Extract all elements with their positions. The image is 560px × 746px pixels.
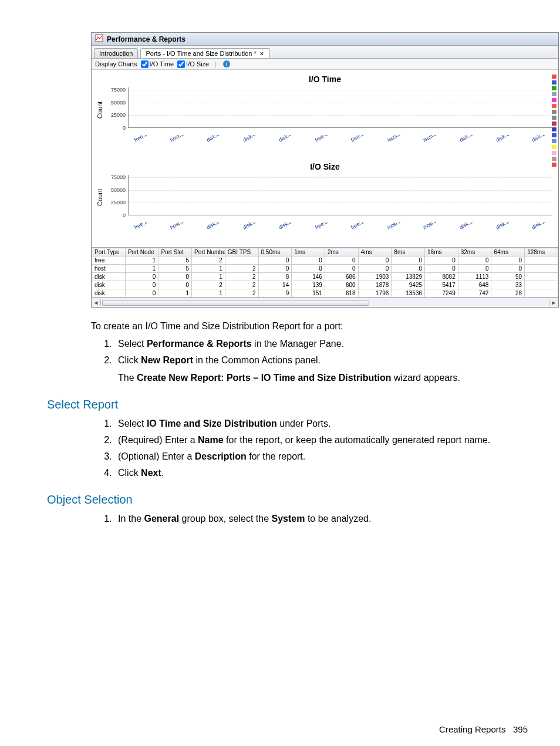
- legend-swatch: [552, 139, 556, 143]
- table-cell: 600: [325, 281, 358, 289]
- table-cell: 1: [125, 256, 158, 265]
- x-tick-label: host:1:5:1:2: [167, 135, 181, 143]
- table-cell: 686: [325, 273, 358, 281]
- table-cell: 13829: [392, 273, 425, 281]
- column-header[interactable]: 2ms: [325, 248, 358, 256]
- column-header[interactable]: 4ms: [358, 248, 392, 256]
- x-tick-label: disk:1:0:2:2: [493, 135, 507, 143]
- table-cell: 1796: [358, 289, 392, 298]
- horizontal-scrollbar[interactable]: ◄ ►: [92, 298, 558, 307]
- chart-title: I/O Size: [95, 162, 555, 171]
- chart-title: I/O Time: [95, 75, 555, 84]
- io-size-checkbox-label[interactable]: I/O Size: [177, 60, 209, 68]
- sr-step-2: (Required) Enter a Name for the report, …: [114, 433, 537, 447]
- intro-text: To create an I/O Time and Size Distribut…: [91, 319, 537, 333]
- table-cell: 0: [425, 256, 458, 265]
- table-row[interactable]: disk001281466861903138298082111350: [92, 273, 558, 281]
- column-header[interactable]: 0.50ms: [258, 248, 292, 256]
- table-cell: 151: [292, 289, 325, 298]
- table-row[interactable]: disk00221413960018789425541764833: [92, 281, 558, 289]
- io-time-checkbox[interactable]: [141, 60, 149, 68]
- io-size-checkbox[interactable]: [177, 60, 185, 68]
- column-header[interactable]: Port Number: [192, 248, 225, 256]
- table-cell: 0: [125, 281, 158, 289]
- os-step-1: In the General group box, select the Sys…: [114, 512, 537, 526]
- column-header[interactable]: 8ms: [392, 248, 425, 256]
- column-header[interactable]: 64ms: [491, 248, 525, 256]
- table-cell: 2: [192, 256, 225, 265]
- ports-data-table: Port TypePort NodePort SlotPort NumberGB…: [92, 248, 558, 298]
- table-cell: 1: [125, 265, 158, 273]
- column-header[interactable]: 1ms: [292, 248, 325, 256]
- y-tick: 25000: [111, 200, 126, 205]
- table-cell: 2: [225, 281, 258, 289]
- section-object-selection: Object Selection: [47, 491, 537, 508]
- table-cell: 0: [325, 256, 358, 265]
- table-cell: 1: [192, 289, 225, 298]
- table-cell: 0: [158, 281, 192, 289]
- table-cell: disk: [92, 273, 126, 281]
- table-cell: 5: [158, 256, 192, 265]
- table-cell: disk: [92, 281, 126, 289]
- y-tick: 75000: [111, 87, 126, 93]
- table-cell: [525, 289, 558, 298]
- io-time-checkbox-label[interactable]: I/O Time: [141, 60, 174, 68]
- table-cell: [525, 273, 558, 281]
- scroll-thumb[interactable]: [102, 300, 369, 306]
- scroll-left-arrow[interactable]: ◄: [92, 299, 101, 306]
- table-cell: free: [92, 256, 126, 265]
- column-header[interactable]: Port Slot: [158, 248, 192, 256]
- table-cell: 33: [491, 281, 525, 289]
- x-tick-label: free:1:1:2:0: [348, 222, 362, 231]
- table-cell: 5417: [425, 281, 458, 289]
- info-icon[interactable]: i: [222, 60, 231, 68]
- scroll-track[interactable]: [101, 300, 549, 306]
- column-header[interactable]: 128ms: [525, 248, 558, 256]
- io-time-checkbox-text: I/O Time: [150, 60, 174, 67]
- x-tick-label: host:1:5:1:2: [167, 222, 181, 231]
- x-tick-label: disk:0:0:2:2: [240, 222, 254, 231]
- wizard-note: The Create New Report: Ports – IO Time a…: [118, 371, 537, 385]
- table-cell: 0: [325, 265, 358, 273]
- legend-swatch: [552, 157, 556, 161]
- tab-introduction[interactable]: Introduction: [94, 48, 138, 58]
- table-row[interactable]: host151200000000: [92, 265, 558, 273]
- scroll-right-arrow[interactable]: ►: [549, 299, 558, 306]
- x-tick-label: disk:1:1:1:2: [529, 135, 543, 143]
- column-header[interactable]: 16ms: [425, 248, 458, 256]
- footer-page: 395: [513, 724, 528, 734]
- table-cell: 9425: [392, 281, 425, 289]
- document-body: To create an I/O Time and Size Distribut…: [91, 319, 537, 526]
- table-cell: 2: [225, 289, 258, 298]
- table-cell: 0: [392, 256, 425, 265]
- x-tick-label: iscsi:0:5:1:1: [384, 135, 399, 143]
- performance-reports-window: Performance & Reports Introduction Ports…: [91, 32, 559, 308]
- table-cell: 5: [158, 265, 192, 273]
- legend-swatch: [552, 151, 556, 155]
- column-header[interactable]: 32ms: [458, 248, 491, 256]
- data-table-region: Port TypePort NodePort SlotPort NumberGB…: [92, 247, 558, 307]
- display-charts-label: Display Charts: [95, 60, 137, 67]
- close-tab-icon[interactable]: ×: [259, 50, 265, 57]
- table-cell: disk: [92, 289, 126, 298]
- table-cell: 1113: [458, 273, 491, 281]
- table-row[interactable]: free15200000000: [92, 256, 558, 265]
- table-cell: 0: [358, 256, 392, 265]
- table-cell: 28: [491, 289, 525, 298]
- legend-swatch: [552, 163, 556, 167]
- steps-create-report: Select Performance & Reports in the Mana…: [114, 337, 537, 385]
- column-header[interactable]: Port Node: [125, 248, 158, 256]
- tab-ports-io-distribution[interactable]: Ports - I/O Time and Size Distribution *…: [140, 48, 270, 58]
- table-cell: 0: [292, 265, 325, 273]
- x-tick-label: free:1:1:2:0: [348, 135, 362, 143]
- table-row[interactable]: disk01129151618179613536724974228: [92, 289, 558, 298]
- column-header[interactable]: Port Type: [92, 248, 126, 256]
- table-cell: [525, 281, 558, 289]
- column-header[interactable]: GBI TPS: [225, 248, 258, 256]
- tab-ports-label: Ports - I/O Time and Size Distribution *: [146, 50, 256, 57]
- table-cell: 1: [158, 289, 192, 298]
- table-cell: 0: [491, 265, 525, 273]
- table-cell: 0: [358, 265, 392, 273]
- legend-swatch: [552, 145, 556, 149]
- step-2: Click New Report in the Common Actions p…: [114, 353, 537, 385]
